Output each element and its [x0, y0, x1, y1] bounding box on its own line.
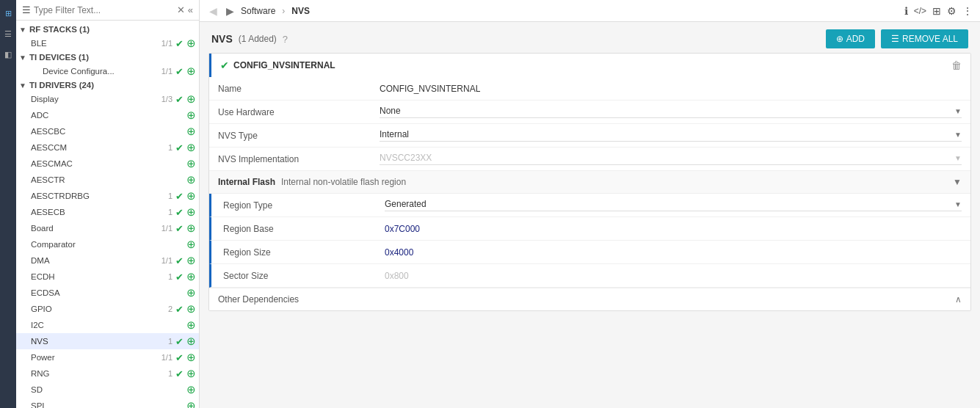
nvs-type-value: Internal — [380, 129, 409, 139]
comparator-add-icon[interactable]: ⊕ — [186, 238, 196, 251]
field-row-use-hardware: Use Hardware None ▼ — [209, 101, 970, 124]
more-options-icon[interactable]: ⋮ — [962, 5, 973, 17]
tree-item-aescmac[interactable]: AESCMAC ⊕ — [16, 156, 199, 172]
remove-all-button[interactable]: ☰ REMOVE ALL — [881, 29, 968, 48]
tree-item-spi[interactable]: SPI ⊕ — [16, 398, 199, 408]
other-dep-expand-icon[interactable]: ∧ — [955, 294, 962, 305]
delete-icon[interactable]: 🗑 — [951, 59, 962, 71]
tree-item-rng[interactable]: RNG 1 ✔ ⊕ — [16, 365, 199, 382]
aesccm-add-icon[interactable]: ⊕ — [186, 141, 196, 154]
tree-item-ble[interactable]: BLE 1/1 ✔ ⊕ — [16, 35, 199, 51]
aesctr-label: AESCTR — [31, 175, 184, 184]
display-add-icon[interactable]: ⊕ — [186, 92, 196, 106]
ecdsa-label: ECDSA — [31, 288, 184, 297]
code-icon[interactable]: </> — [914, 6, 926, 16]
grid-sidebar-icon[interactable]: ⊞ — [1, 6, 15, 21]
tree-item-nvs[interactable]: NVS 1 ✔ ⊕ — [16, 333, 199, 349]
forward-button[interactable]: ▶ — [224, 4, 236, 18]
nvs-check-icon: ✔ — [175, 336, 184, 347]
sd-add-icon[interactable]: ⊕ — [186, 383, 196, 396]
tree-item-aescbc[interactable]: AESCBC ⊕ — [16, 123, 199, 139]
aesecb-check-icon: ✔ — [175, 207, 184, 218]
filter-search-input[interactable] — [34, 5, 174, 15]
power-add-icon[interactable]: ⊕ — [186, 351, 196, 364]
tree-category-ti-devices[interactable]: ▼ TI DEVICES (1) — [16, 51, 199, 63]
tree-item-sd[interactable]: SD ⊕ — [16, 382, 199, 398]
tree-item-aesctr[interactable]: AESCTR ⊕ — [16, 172, 199, 188]
nvs-implementation-dropdown[interactable]: NVSCC23XX ▼ — [380, 153, 962, 165]
tree-item-aesecb[interactable]: AESECB 1 ✔ ⊕ — [16, 204, 199, 220]
tree-item-power[interactable]: Power 1/1 ✔ ⊕ — [16, 349, 199, 365]
aesecb-add-icon[interactable]: ⊕ — [186, 205, 196, 219]
tree-item-i2c[interactable]: I2C ⊕ — [16, 317, 199, 333]
layers-sidebar-icon[interactable]: ◧ — [1, 47, 15, 62]
other-dep-label: Other Dependencies — [218, 294, 955, 305]
aescmac-add-icon[interactable]: ⊕ — [186, 157, 196, 170]
board-add-icon[interactable]: ⊕ — [186, 222, 196, 235]
aescbc-add-icon[interactable]: ⊕ — [186, 125, 196, 138]
ble-add-icon[interactable]: ⊕ — [186, 37, 196, 50]
back-button[interactable]: ◀ — [207, 4, 219, 18]
list-sidebar-icon[interactable]: ☰ — [1, 26, 15, 41]
nvs-type-dropdown[interactable]: Internal ▼ — [380, 129, 962, 142]
info-icon[interactable]: ℹ — [904, 5, 908, 17]
tree-category-rf-stacks[interactable]: ▼ RF STACKS (1) — [16, 23, 199, 35]
filter-collapse-icon[interactable]: « — [188, 4, 193, 15]
tree-item-device-config[interactable]: Device Configura... 1/1 ✔ ⊕ — [16, 63, 199, 79]
aesctr-add-icon[interactable]: ⊕ — [186, 173, 196, 186]
module-card-header[interactable]: ✔ CONFIG_NVSINTERNAL 🗑 — [209, 54, 970, 77]
ecdh-add-icon[interactable]: ⊕ — [186, 270, 196, 283]
nvs-help-icon[interactable]: ? — [283, 34, 288, 45]
main-content: ◀ ▶ Software › NVS ℹ </> ⊞ ⚙ ⋮ NVS (1 Ad… — [200, 0, 980, 408]
breadcrumb-separator: › — [282, 6, 285, 16]
dma-check-icon: ✔ — [175, 255, 184, 266]
i2c-add-icon[interactable]: ⊕ — [186, 318, 196, 332]
spi-add-icon[interactable]: ⊕ — [186, 399, 196, 408]
ecdsa-add-icon[interactable]: ⊕ — [186, 286, 196, 299]
tree-item-dma[interactable]: DMA 1/1 ✔ ⊕ — [16, 252, 199, 269]
other-dependencies-header[interactable]: Other Dependencies ∧ — [209, 288, 970, 310]
internal-flash-collapse-icon[interactable]: ▼ — [953, 177, 962, 187]
tree-category-ti-drivers[interactable]: ▼ TI DRIVERS (24) — [16, 79, 199, 91]
add-button[interactable]: ⊕ ADD — [826, 29, 875, 48]
display-check-icon: ✔ — [175, 94, 184, 105]
breadcrumb-software[interactable]: Software — [241, 6, 275, 16]
region-type-dropdown[interactable]: Generated ▼ — [385, 199, 962, 211]
gpio-add-icon[interactable]: ⊕ — [186, 302, 196, 316]
tree-item-board[interactable]: Board 1/1 ✔ ⊕ — [16, 220, 199, 236]
filter-close-icon[interactable]: ✕ — [177, 4, 185, 15]
dma-add-icon[interactable]: ⊕ — [186, 254, 196, 267]
aesctrdrbg-label: AESCTRDRBG — [31, 192, 164, 200]
device-config-add-icon[interactable]: ⊕ — [186, 65, 196, 78]
aesecb-count: 1 — [168, 208, 173, 216]
aesctrdrbg-add-icon[interactable]: ⊕ — [186, 189, 196, 203]
tree-item-display[interactable]: Display 1/3 ✔ ⊕ — [16, 91, 199, 107]
field-row-sector-size: Sector Size 0x800 — [209, 264, 970, 288]
plus-icon: ⊕ — [836, 34, 843, 44]
table-icon[interactable]: ⊞ — [932, 5, 941, 17]
adc-add-icon[interactable]: ⊕ — [186, 109, 196, 122]
tree-item-ecdh[interactable]: ECDH 1 ✔ ⊕ — [16, 269, 199, 285]
tree-item-ecdsa[interactable]: ECDSA ⊕ — [16, 285, 199, 301]
rng-count: 1 — [168, 369, 173, 378]
spi-label: SPI — [31, 401, 184, 408]
aesctrdrbg-check-icon: ✔ — [175, 191, 184, 202]
display-label: Display — [31, 95, 157, 103]
field-row-region-type: Region Type Generated ▼ — [209, 194, 970, 217]
tree-item-adc[interactable]: ADC ⊕ — [16, 107, 199, 123]
tree-item-comparator[interactable]: Comparator ⊕ — [16, 236, 199, 252]
tree-item-aesctrdrbg[interactable]: AESCTRDRBG 1 ✔ ⊕ — [16, 188, 199, 204]
nvs-add-icon[interactable]: ⊕ — [186, 335, 196, 348]
settings-icon[interactable]: ⚙ — [947, 5, 957, 17]
rng-add-icon[interactable]: ⊕ — [186, 367, 196, 380]
ti-devices-label: TI DEVICES (1) — [29, 53, 196, 62]
tree-item-gpio[interactable]: GPIO 2 ✔ ⊕ — [16, 301, 199, 317]
icon-sidebar: ⊞ ☰ ◧ — [0, 0, 16, 408]
rng-label: RNG — [31, 369, 164, 378]
use-hardware-dropdown[interactable]: None ▼ — [380, 106, 962, 118]
tree-item-aesccm[interactable]: AESCCM 1 ✔ ⊕ — [16, 139, 199, 156]
power-label: Power — [31, 353, 157, 362]
internal-flash-section-header[interactable]: Internal Flash Internal non-volatile fla… — [209, 171, 970, 194]
sector-size-value: 0x800 — [385, 271, 962, 281]
aesctrdrbg-count: 1 — [168, 192, 173, 200]
